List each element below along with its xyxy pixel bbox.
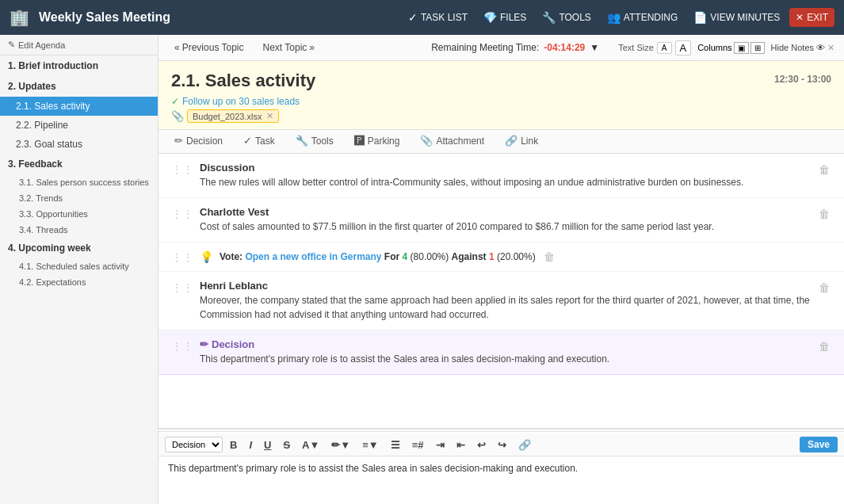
main-layout: ✎ Edit Agenda 1. Brief introduction 2. U… [0,35,844,504]
minutes-icon: 📄 [693,11,707,24]
timer-area: Remaining Meeting Time: -04:14:29 ▼ [431,42,599,53]
tab-decision[interactable]: ✏ Decision [165,130,232,153]
tab-link[interactable]: 🔗 Link [495,130,548,153]
columns-area: Columns ▣ ⊞ [697,42,764,54]
text-size-small-button[interactable]: A [657,42,672,54]
topic-link-1[interactable]: ✓ Follow up on 30 sales leads [171,96,831,107]
note-discussion-delete-icon[interactable]: 🗑 [817,162,831,178]
sidebar-item-sales-activity[interactable]: 2.1. Sales activity [0,97,158,116]
note-charlotte-author: Charlotte Vest [200,206,811,218]
link-tab-icon: 🔗 [505,135,517,147]
attachment-tab-icon: 📎 [420,135,433,147]
sidebar-item-scheduled-sales[interactable]: 4.1. Scheduled sales activity [0,258,158,274]
tab-tools[interactable]: 🔧 Tools [286,130,343,153]
task-list-button[interactable]: ✓ TASK LIST [402,8,474,27]
note-discussion-author: Discussion [200,162,811,174]
sidebar-item-goal-status[interactable]: 2.3. Goal status [0,135,158,154]
columns-single-button[interactable]: ▣ [734,42,749,54]
tools-button[interactable]: 🔧 TOOLS [536,8,597,27]
vote-against-count: 1 [489,251,495,262]
sidebar-item-success-stories[interactable]: 3.1. Sales person success stories [0,174,158,190]
undo-button[interactable]: ↩ [472,437,491,452]
tab-attachment[interactable]: 📎 Attachment [411,130,494,153]
sidebar-section-4: 4. Upcoming week [0,238,158,258]
drag-handle-icon: ⋮⋮ [171,340,193,353]
note-charlotte-delete-icon[interactable]: 🗑 [817,206,831,222]
tab-parking[interactable]: 🅿 Parking [345,130,410,153]
sidebar-item-opportunities[interactable]: 3.3. Opportunities [0,206,158,222]
tab-task[interactable]: ✓ Task [234,130,285,153]
prev-topic-button[interactable]: « Previous Topic [168,40,250,55]
topic-links: ✓ Follow up on 30 sales leads 📎 Budget_2… [171,96,831,123]
files-button[interactable]: 💎 FILES [477,8,533,27]
decision-tab-icon: ✏ [174,135,183,147]
sidebar-item-pipeline[interactable]: 2.2. Pipeline [0,116,158,135]
note-discussion: ⋮⋮ Discussion The new rules will allow b… [158,154,844,198]
sidebar: ✎ Edit Agenda 1. Brief introduction 2. U… [0,35,158,504]
redo-button[interactable]: ↪ [493,437,511,452]
save-button[interactable]: Save [800,437,838,452]
vote-link[interactable]: Open a new office in Germany [245,251,384,262]
sidebar-item-trends[interactable]: 3.2. Trends [0,190,158,206]
highlight-button[interactable]: ✏▼ [327,437,355,452]
app-logo: 🏢 [10,8,29,27]
text-color-button[interactable]: A▼ [297,437,324,452]
note-decision: ⋮⋮ ✏ Decision This department's primary … [158,330,844,375]
bold-button[interactable]: B [225,437,242,452]
files-icon: 💎 [483,11,497,24]
note-decision-text: This department's primary role is to ass… [200,352,811,366]
link-button[interactable]: 🔗 [514,437,536,452]
sidebar-item-threads[interactable]: 3.4. Threads [0,222,158,238]
drag-handle-icon: ⋮⋮ [171,251,193,264]
exit-button[interactable]: ✕ EXIT [789,8,834,27]
app-title: Weekly Sales Meeting [39,10,395,25]
sidebar-item-expectations[interactable]: 4.2. Expectations [0,274,158,290]
view-minutes-button[interactable]: 📄 VIEW MINUTES [687,8,786,27]
bullet-list-button[interactable]: ☰ [386,437,405,452]
tab-bar: ✏ Decision ✓ Task 🔧 Tools 🅿 Parking 📎 At… [158,130,844,154]
vote-delete-icon[interactable]: 🗑 [542,249,556,265]
content-toolbar: « Previous Topic Next Topic » Remaining … [158,35,844,61]
underline-button[interactable]: U [259,437,276,452]
edit-icon: ✎ [8,40,15,50]
prev-icon: « [174,42,180,53]
italic-button[interactable]: I [244,437,257,452]
note-discussion-text: The new rules will allow better control … [200,175,811,189]
note-decision-header: ✏ Decision [200,338,811,350]
indent-button[interactable]: ⇥ [431,437,449,452]
edit-agenda-button[interactable]: ✎ Edit Agenda [0,35,158,55]
exit-icon: ✕ [796,12,804,23]
task-list-icon: ✓ [408,11,418,24]
editor-toolbar: Decision B I U S A▼ ✏▼ ≡▼ ☰ ≡# ⇥ ⇤ ↩ ↪ 🔗… [158,433,844,456]
numbered-list-button[interactable]: ≡# [407,437,429,452]
text-size-area: Text Size A A [618,40,691,55]
topic-title: 2.1. Sales activity 12:30 - 13:00 [171,71,831,91]
columns-double-button[interactable]: ⊞ [750,42,765,54]
topbar: 🏢 Weekly Sales Meeting ✓ TASK LIST 💎 FIL… [0,0,844,35]
decision-icon: ✏ [200,338,208,350]
note-henri-text: Moreover, the company stated that the sa… [200,293,811,322]
note-discussion-content: Discussion The new rules will allow bett… [200,162,811,189]
topic-attachment-tag[interactable]: Budget_2023.xlsx ✕ [187,109,279,123]
hide-notes-button[interactable]: Hide Notes 👁 ✕ [771,43,834,53]
editor-content[interactable]: This department's primary role is to ass… [158,456,844,504]
task-tab-icon: ✓ [243,135,252,147]
next-topic-button[interactable]: Next Topic » [257,40,322,55]
align-button[interactable]: ≡▼ [357,437,383,452]
note-henri-delete-icon[interactable]: 🗑 [817,280,831,296]
note-type-select[interactable]: Decision [165,437,223,452]
note-henri-content: Henri Leblanc Moreover, the company stat… [200,280,811,322]
attachment-close-icon[interactable]: ✕ [266,111,273,121]
hide-notes-close-icon[interactable]: ✕ [827,43,834,53]
vote-text: Vote: Open a new office in Germany For 4… [220,251,536,262]
text-size-large-button[interactable]: A [675,40,692,55]
note-henri: ⋮⋮ Henri Leblanc Moreover, the company s… [158,272,844,330]
attending-button[interactable]: 👥 ATTENDING [601,8,684,27]
strikethrough-button[interactable]: S [278,437,295,452]
outdent-button[interactable]: ⇤ [452,437,470,452]
attachment-icon: 📎 [171,110,184,122]
timer-dropdown-icon[interactable]: ▼ [590,42,599,53]
note-decision-delete-icon[interactable]: 🗑 [817,338,831,354]
vote-item: ⋮⋮ 💡 Vote: Open a new office in Germany … [158,242,844,272]
tools-icon: 🔧 [542,11,556,24]
